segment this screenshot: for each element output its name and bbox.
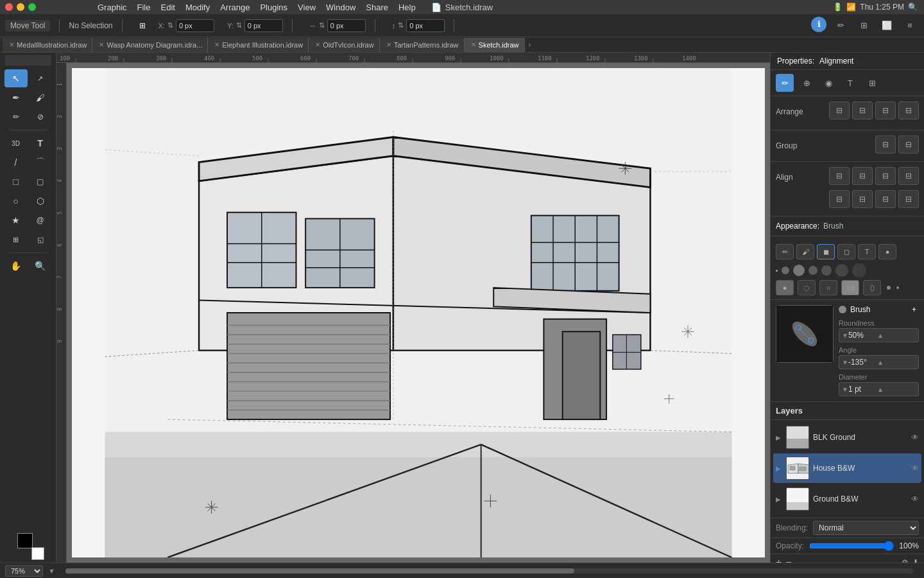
grid-toolbar-button[interactable]: ⊞ xyxy=(855,17,873,35)
height-input[interactable] xyxy=(406,19,445,32)
3d-tool-button[interactable]: 3D xyxy=(4,134,28,152)
diameter-input[interactable] xyxy=(848,385,877,394)
rect-tool-button[interactable]: □ xyxy=(4,173,28,191)
layers-button[interactable]: ≡ xyxy=(901,17,919,35)
align-btn-2[interactable]: ⊟ xyxy=(852,167,873,185)
tab-tartanpatterns[interactable]: ✕ TartanPatterns.idraw xyxy=(380,38,465,52)
brush-dot-2[interactable] xyxy=(782,267,789,274)
tabs-overflow[interactable]: › xyxy=(525,40,535,49)
layer-house-bw[interactable]: ▶ House B&W 👁 xyxy=(773,453,921,483)
roundness-input[interactable] xyxy=(848,331,877,340)
tab-sketch[interactable]: ✕ Sketch.idraw xyxy=(465,38,525,52)
swatch-container[interactable] xyxy=(17,533,39,555)
menu-window[interactable]: Window xyxy=(326,3,355,12)
triangle-tool-button[interactable]: ◱ xyxy=(29,231,52,249)
layer-expand-1[interactable]: ▶ xyxy=(776,434,782,441)
tab-waspanatomydiagram[interactable]: ✕ Wasp Anatomy Diagram.idra... xyxy=(92,38,208,52)
pencil-panel-icon[interactable]: ✏ xyxy=(776,74,794,92)
brush-dot-4[interactable] xyxy=(809,266,817,275)
brush-type-extra[interactable]: ● xyxy=(878,244,896,259)
add-layer-button[interactable]: + xyxy=(776,557,782,563)
layer-more-button[interactable]: ⬇ xyxy=(912,558,919,563)
tab-close-6[interactable]: ✕ xyxy=(471,41,476,48)
table-tool-button[interactable]: ⊞ xyxy=(4,231,28,249)
layer-ground-bw[interactable]: ▶ Ground B&W 👁 xyxy=(773,484,921,514)
brush-shape-oval[interactable]: ⬭ xyxy=(841,280,859,295)
brush-add-button[interactable]: + xyxy=(912,305,916,314)
align-btn-5[interactable]: ⊟ xyxy=(829,190,850,208)
info-button[interactable]: ℹ xyxy=(811,17,826,32)
text-panel-icon[interactable]: T xyxy=(841,74,859,92)
align-btn-7[interactable]: ⊟ xyxy=(875,190,896,208)
tab-medalillustration[interactable]: ✕ MedalIllustration.idraw xyxy=(3,38,92,52)
canvas-viewport[interactable] xyxy=(67,63,770,563)
brush-dot-6[interactable] xyxy=(835,264,848,277)
x-input[interactable] xyxy=(176,19,214,32)
menu-view[interactable]: View xyxy=(298,3,316,12)
opacity-slider[interactable] xyxy=(809,541,894,551)
brush-dot-tiny[interactable] xyxy=(896,286,899,289)
tab-close-4[interactable]: ✕ xyxy=(315,41,320,48)
brush-type-fill[interactable]: ◼ xyxy=(817,244,835,259)
y-input[interactable] xyxy=(244,19,283,32)
zoom-arrow-icon[interactable]: ▼ xyxy=(48,567,55,575)
roundness-down[interactable]: ▼ xyxy=(842,332,848,339)
brush-tool-button[interactable]: 🖌 xyxy=(29,89,52,107)
menu-help[interactable]: Help xyxy=(398,3,416,12)
menu-share[interactable]: Share xyxy=(366,3,388,12)
layout-button[interactable]: ⬜ xyxy=(878,17,896,35)
layer-visibility-house-bw[interactable]: 👁 xyxy=(911,464,919,473)
ellipse-tool-button[interactable]: ○ xyxy=(4,192,28,210)
brush-type-erase[interactable]: ◻ xyxy=(837,244,855,259)
align-btn-6[interactable]: ⊟ xyxy=(852,190,873,208)
menu-modify[interactable]: Modify xyxy=(185,3,210,12)
window-controls[interactable] xyxy=(5,3,36,11)
search-icon[interactable]: 🔍 xyxy=(908,3,918,12)
blending-select[interactable]: Normal Multiply Screen Overlay xyxy=(813,521,919,535)
brush-dot-7[interactable] xyxy=(852,263,866,277)
pen-tool-button[interactable]: ✒ xyxy=(4,89,28,107)
align-btn-3[interactable]: ⊟ xyxy=(875,167,896,185)
horizontal-scrollbar[interactable] xyxy=(65,568,914,574)
arrange-btn-2[interactable]: ⊟ xyxy=(852,101,873,119)
brush-shape-circle[interactable]: ○ xyxy=(819,280,837,295)
height-arrows[interactable]: ⇅ xyxy=(398,21,404,30)
x-arrows[interactable]: ⇅ xyxy=(167,21,173,30)
text-tool-button[interactable]: T xyxy=(29,134,52,152)
layer-visibility-ground-bw[interactable]: 👁 xyxy=(911,495,919,504)
tab-close-1[interactable]: ✕ xyxy=(9,41,14,48)
node-tool-button[interactable]: ↗ xyxy=(29,69,52,87)
brush-shape-hard[interactable]: ● xyxy=(776,280,794,295)
tab-close-5[interactable]: ✕ xyxy=(386,41,391,48)
width-arrows[interactable]: ⇅ xyxy=(319,21,325,30)
layer-expand-3[interactable]: ▶ xyxy=(776,496,782,503)
eraser-tool-button[interactable]: ⊘ xyxy=(29,108,52,126)
align-btn-1[interactable]: ⊟ xyxy=(829,167,850,185)
line-tool-button[interactable]: / xyxy=(4,153,28,171)
fill-panel-icon[interactable]: ◉ xyxy=(819,74,837,92)
curve-tool-button[interactable]: ⌒ xyxy=(29,153,52,171)
angle-down[interactable]: ▼ xyxy=(842,359,848,366)
pencil-toolbar-button[interactable]: ✏ xyxy=(832,17,850,35)
tab-elephantillustration[interactable]: ✕ Elephant Illustration.idraw xyxy=(208,38,309,52)
rounded-rect-tool-button[interactable]: ▢ xyxy=(29,173,52,191)
grid-panel-icon[interactable]: ⊞ xyxy=(863,74,881,92)
brush-dot-small[interactable] xyxy=(887,286,891,290)
layer-blk-ground[interactable]: ▶ BLK Ground 👁 xyxy=(773,423,921,452)
zoom-tool-button[interactable]: 🔍 xyxy=(29,257,52,275)
menu-edit[interactable]: Edit xyxy=(160,3,175,12)
brush-shape-soft[interactable]: ◌ xyxy=(798,280,816,295)
group-btn-1[interactable]: ⊟ xyxy=(875,136,896,153)
y-arrows[interactable]: ⇅ xyxy=(236,21,242,30)
layer-settings-button[interactable]: ⚙ xyxy=(902,558,909,563)
angle-up[interactable]: ▲ xyxy=(877,359,884,366)
tab-oldtvicon[interactable]: ✕ OldTvIcon.idraw xyxy=(309,38,379,52)
menu-plugins[interactable]: Plugins xyxy=(260,3,287,12)
brush-type-pencil[interactable]: ✏ xyxy=(776,244,794,259)
arrange-btn-4[interactable]: ⊟ xyxy=(898,101,919,119)
roundness-up[interactable]: ▲ xyxy=(877,332,884,339)
align-btn-4[interactable]: ⊟ xyxy=(898,167,919,185)
brush-type-brush[interactable]: 🖌 xyxy=(796,244,814,259)
brush-dot-3[interactable] xyxy=(793,265,805,276)
spiral-tool-button[interactable]: @ xyxy=(29,211,52,229)
